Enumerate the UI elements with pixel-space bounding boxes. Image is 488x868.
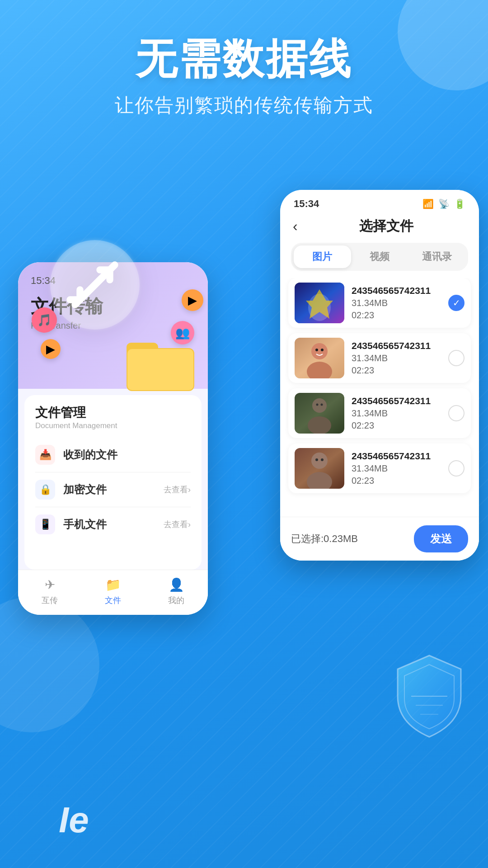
file-list: 243546565742311 31.34MB 02:23 ✓	[280, 278, 479, 517]
svg-point-10	[315, 349, 318, 351]
mine-nav-label: 我的	[168, 595, 184, 606]
send-button[interactable]: 发送	[414, 525, 468, 552]
svg-point-16	[321, 404, 323, 406]
svg-point-11	[321, 349, 324, 351]
file-thumb-2	[295, 338, 344, 378]
svg-point-8	[311, 343, 328, 359]
phone-right: 15:34 📶 📡 🔋 ‹ 选择文件 图片 视频 通讯录	[280, 190, 479, 561]
file-mgmt-title: 文件管理	[35, 404, 191, 421]
right-status-time: 15:34	[294, 198, 319, 210]
file-list-item-2[interactable]: 243546565742311 31.34MB 02:23	[288, 333, 471, 383]
file-checkbox-4[interactable]	[448, 460, 465, 476]
file-name-2: 243546565742311	[352, 340, 448, 351]
file-duration-1: 02:23	[352, 310, 448, 321]
left-bottom-nav: ✈ 互传 📁 文件 👤 我的	[18, 570, 208, 615]
file-mgmt-subtitle: Document Management	[35, 421, 191, 430]
encrypted-files-label: 加密文件	[63, 482, 164, 497]
folder-icon	[127, 339, 199, 393]
phone-files-icon: 📱	[35, 514, 55, 534]
selected-size-label: 已选择:0.23MB	[291, 532, 414, 546]
right-tabs: 图片 视频 通讯录	[291, 243, 468, 271]
file-thumb-3	[295, 393, 344, 434]
svg-rect-3	[127, 349, 193, 390]
file-info-2: 243546565742311 31.34MB 02:23	[352, 340, 448, 376]
file-checkbox-1[interactable]: ✓	[448, 295, 465, 311]
phone-files-arrow: 去查看›	[164, 519, 191, 530]
svg-point-21	[321, 458, 324, 461]
right-bottom-bar: 已选择:0.23MB 发送	[280, 517, 479, 561]
hero-title: 无需数据线	[0, 36, 488, 82]
mine-nav-icon: 👤	[169, 577, 184, 592]
svg-point-18	[311, 453, 328, 469]
file-info-4: 243546565742311 31.34MB 02:23	[352, 451, 448, 486]
file-management-section: 文件管理 Document Management 📥 收到的文件 🔒 加密文件 …	[24, 395, 202, 570]
file-list-item-3[interactable]: 243546565742311 31.34MB 02:23	[288, 388, 471, 438]
phone-files-label: 手机文件	[63, 517, 164, 532]
svg-point-13	[312, 398, 327, 413]
file-thumb-4	[295, 448, 344, 489]
right-status-bar: 15:34 📶 📡 🔋	[280, 190, 479, 213]
file-checkbox-3[interactable]	[448, 405, 465, 421]
file-duration-4: 02:23	[352, 476, 448, 486]
wifi-icon: 📡	[438, 198, 450, 209]
bg-circle-bottom	[0, 597, 99, 732]
tab-videos[interactable]: 视频	[351, 245, 408, 268]
encrypted-files-icon: 🔒	[35, 480, 55, 500]
file-size-3: 31.34MB	[352, 408, 448, 419]
tab-contacts[interactable]: 通讯录	[408, 245, 465, 268]
bottom-ie-text: Ie	[59, 799, 89, 841]
file-size-1: 31.34MB	[352, 298, 448, 308]
file-item-received[interactable]: 📥 收到的文件	[35, 438, 191, 472]
file-size-4: 31.34MB	[352, 463, 448, 474]
svg-point-20	[315, 458, 318, 461]
file-duration-3: 02:23	[352, 420, 448, 431]
back-button[interactable]: ‹	[293, 218, 298, 235]
play-orange-float-icon: ▶	[41, 339, 61, 359]
transfer-nav-icon: ✈	[45, 577, 55, 592]
tab-images[interactable]: 图片	[294, 245, 351, 268]
file-name-1: 243546565742311	[352, 285, 448, 296]
right-page-title: 选择文件	[307, 217, 466, 236]
signal-icon: 📶	[422, 198, 434, 209]
file-item-phone[interactable]: 📱 手机文件 去查看›	[35, 507, 191, 542]
file-list-item-1[interactable]: 243546565742311 31.34MB 02:23 ✓	[288, 278, 471, 328]
files-nav-icon: 📁	[105, 577, 121, 592]
battery-icon: 🔋	[454, 198, 465, 209]
files-nav-label: 文件	[105, 595, 121, 606]
right-page-header: ‹ 选择文件	[280, 213, 479, 243]
encrypted-files-arrow: 去查看›	[164, 484, 191, 495]
file-list-item-4[interactable]: 243546565742311 31.34MB 02:23	[288, 443, 471, 493]
file-name-4: 243546565742311	[352, 451, 448, 462]
hero-section: 无需数据线 让你告别繁琐的传统传输方式	[0, 36, 488, 118]
file-thumb-1	[295, 283, 344, 323]
file-info-1: 243546565742311 31.34MB 02:23	[352, 285, 448, 321]
nav-item-files[interactable]: 📁 文件	[81, 577, 145, 606]
transfer-nav-label: 互传	[42, 595, 58, 606]
svg-point-15	[316, 404, 319, 406]
nav-item-mine[interactable]: 👤 我的	[145, 577, 208, 606]
hero-subtitle: 让你告别繁琐的传统传输方式	[0, 93, 488, 118]
file-item-encrypted[interactable]: 🔒 加密文件 去查看›	[35, 472, 191, 507]
file-size-2: 31.34MB	[352, 353, 448, 363]
shield-decoration	[384, 651, 474, 741]
received-files-icon: 📥	[35, 445, 55, 465]
share-icon-container	[45, 235, 145, 335]
phone-right-screen: 15:34 📶 📡 🔋 ‹ 选择文件 图片 视频 通讯录	[280, 190, 479, 561]
nav-item-transfer[interactable]: ✈ 互传	[18, 577, 81, 606]
right-status-icons: 📶 📡 🔋	[422, 198, 465, 209]
file-checkbox-2[interactable]	[448, 350, 465, 366]
file-duration-2: 02:23	[352, 365, 448, 376]
file-info-3: 243546565742311 31.34MB 02:23	[352, 396, 448, 431]
video-play-float-icon: ▶	[182, 289, 203, 311]
file-name-3: 243546565742311	[352, 396, 448, 406]
received-files-label: 收到的文件	[63, 448, 191, 462]
